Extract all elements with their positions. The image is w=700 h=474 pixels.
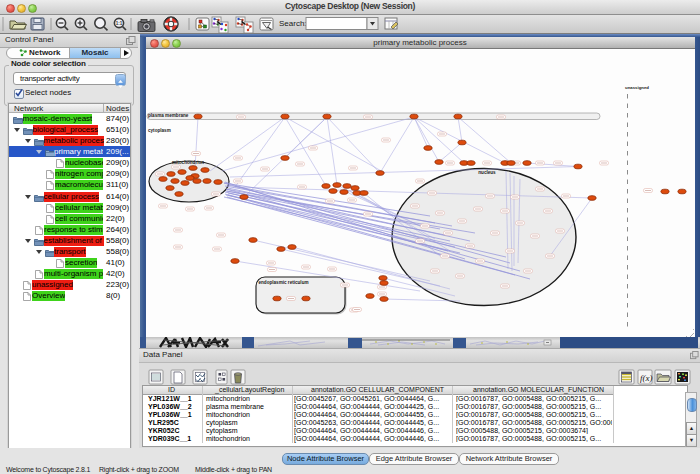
svg-text:endoplasmic reticulum: endoplasmic reticulum — [259, 280, 309, 285]
svg-text:1:1: 1:1 — [116, 21, 123, 26]
svg-text:unassigned: unassigned — [625, 85, 649, 90]
svg-text:f(x): f(x) — [640, 373, 653, 383]
svg-text:cytoplasm: cytoplasm — [148, 128, 171, 133]
svg-text:mitochondrion: mitochondrion — [172, 160, 204, 165]
svg-text:Search:: Search: — [279, 19, 307, 28]
svg-text:nucleus: nucleus — [478, 170, 496, 175]
svg-text:plasma membrane: plasma membrane — [148, 113, 189, 118]
